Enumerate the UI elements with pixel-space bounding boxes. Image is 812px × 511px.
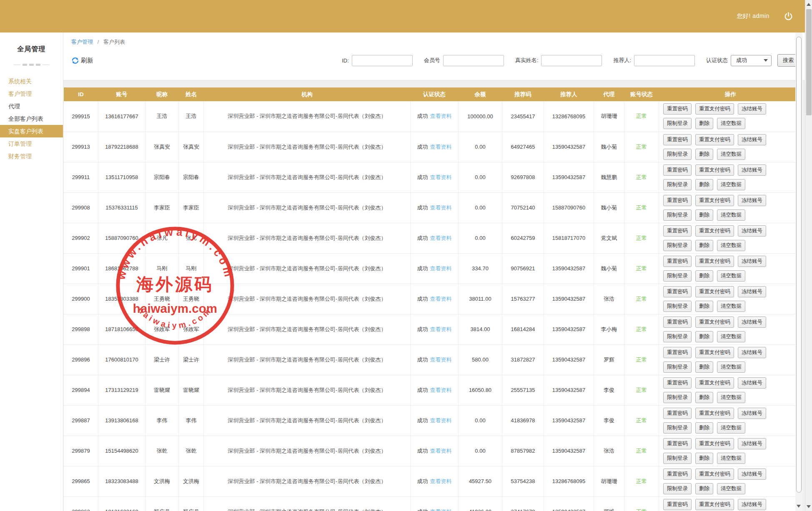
reset-password-button[interactable]: 重置密码 — [663, 195, 692, 206]
reset-password-button[interactable]: 重置密码 — [663, 134, 692, 145]
page-scrollbar-down-arrow-icon[interactable] — [807, 505, 811, 508]
freeze-account-button[interactable]: 冻结账号 — [738, 165, 766, 176]
page-scrollbar-thumb[interactable] — [806, 9, 812, 115]
sidebar-item-finance[interactable]: 财务管理 — [0, 150, 63, 162]
delete-button[interactable]: 删除 — [695, 453, 713, 464]
reset-password-button[interactable]: 重置密码 — [663, 438, 692, 449]
reset-pay-password-button[interactable]: 重置支付密码 — [695, 347, 734, 358]
clear-data-button[interactable]: 清空数据 — [717, 118, 745, 129]
delete-button[interactable]: 删除 — [695, 179, 713, 190]
freeze-account-button[interactable]: 冻结账号 — [738, 347, 766, 358]
restrict-login-button[interactable]: 限制登录 — [663, 392, 692, 403]
content-scrollbar[interactable] — [795, 32, 802, 511]
clear-data-button[interactable]: 清空数据 — [717, 209, 745, 221]
reset-password-button[interactable]: 重置密码 — [663, 347, 692, 358]
delete-button[interactable]: 删除 — [695, 240, 713, 251]
clear-data-button[interactable]: 清空数据 — [717, 240, 745, 251]
clear-data-button[interactable]: 清空数据 — [717, 453, 745, 464]
view-profile-link[interactable]: 查看资料 — [430, 478, 452, 484]
sidebar-item-agent[interactable]: 代理 — [0, 100, 63, 112]
member-filter-input[interactable] — [443, 55, 504, 66]
view-profile-link[interactable]: 查看资料 — [430, 144, 452, 150]
reset-password-button[interactable]: 重置密码 — [663, 103, 692, 115]
reset-password-button[interactable]: 重置密码 — [663, 408, 692, 419]
freeze-account-button[interactable]: 冻结账号 — [738, 408, 766, 419]
reset-pay-password-button[interactable]: 重置支付密码 — [695, 165, 734, 176]
delete-button[interactable]: 删除 — [695, 392, 713, 403]
freeze-account-button[interactable]: 冻结账号 — [738, 103, 766, 115]
reset-pay-password-button[interactable]: 重置支付密码 — [695, 134, 734, 145]
delete-button[interactable]: 删除 — [695, 270, 713, 282]
reset-password-button[interactable]: 重置密码 — [663, 256, 692, 267]
clear-data-button[interactable]: 清空数据 — [717, 361, 745, 373]
freeze-account-button[interactable]: 冻结账号 — [738, 256, 766, 267]
restrict-login-button[interactable]: 限制登录 — [663, 331, 692, 342]
sidebar-item-orders[interactable]: 订单管理 — [0, 137, 63, 150]
reset-pay-password-button[interactable]: 重置支付密码 — [695, 286, 734, 297]
reset-password-button[interactable]: 重置密码 — [663, 317, 692, 328]
reset-pay-password-button[interactable]: 重置支付密码 — [695, 225, 734, 237]
restrict-login-button[interactable]: 限制登录 — [663, 179, 692, 190]
freeze-account-button[interactable]: 冻结账号 — [738, 195, 766, 206]
restrict-login-button[interactable]: 限制登录 — [663, 483, 692, 494]
view-profile-link[interactable]: 查看资料 — [430, 113, 452, 119]
restrict-login-button[interactable]: 限制登录 — [663, 209, 692, 221]
breadcrumb-parent-link[interactable]: 客户管理 — [71, 39, 93, 45]
freeze-account-button[interactable]: 冻结账号 — [738, 317, 766, 328]
content-scrollbar-down-arrow-icon[interactable] — [797, 505, 801, 508]
delete-button[interactable]: 删除 — [695, 331, 713, 342]
reset-password-button[interactable]: 重置密码 — [663, 377, 692, 389]
page-scrollbar-up-arrow-icon[interactable] — [807, 3, 811, 6]
realname-filter-input[interactable] — [541, 55, 602, 66]
reset-password-button[interactable]: 重置密码 — [663, 469, 692, 480]
restrict-login-button[interactable]: 限制登录 — [663, 270, 692, 282]
freeze-account-button[interactable]: 冻结账号 — [738, 286, 766, 297]
restrict-login-button[interactable]: 限制登录 — [663, 149, 692, 160]
view-profile-link[interactable]: 查看资料 — [430, 448, 452, 454]
view-profile-link[interactable]: 查看资料 — [430, 235, 452, 241]
freeze-account-button[interactable]: 冻结账号 — [738, 225, 766, 237]
sidebar-item-system[interactable]: 系统相关 — [0, 75, 63, 87]
id-filter-input[interactable] — [352, 55, 413, 66]
clear-data-button[interactable]: 清空数据 — [717, 392, 745, 403]
content-scrollbar-thumb[interactable] — [796, 37, 802, 493]
sidebar-item-all-customers[interactable]: 全部客户列表 — [0, 112, 63, 125]
freeze-account-button[interactable]: 冻结账号 — [738, 499, 766, 510]
auth-status-select[interactable]: 成功 — [731, 55, 772, 66]
sidebar-item-real-customers[interactable]: 实盘客户列表 — [0, 125, 63, 137]
clear-data-button[interactable]: 清空数据 — [717, 149, 745, 160]
reset-password-button[interactable]: 重置密码 — [663, 499, 692, 510]
freeze-account-button[interactable]: 冻结账号 — [738, 469, 766, 480]
reset-password-button[interactable]: 重置密码 — [663, 165, 692, 176]
reset-pay-password-button[interactable]: 重置支付密码 — [695, 377, 734, 389]
delete-button[interactable]: 删除 — [695, 361, 713, 373]
delete-button[interactable]: 删除 — [695, 301, 713, 312]
restrict-login-button[interactable]: 限制登录 — [663, 422, 692, 434]
restrict-login-button[interactable]: 限制登录 — [663, 240, 692, 251]
delete-button[interactable]: 删除 — [695, 118, 713, 129]
reset-pay-password-button[interactable]: 重置支付密码 — [695, 469, 734, 480]
view-profile-link[interactable]: 查看资料 — [430, 509, 452, 511]
clear-data-button[interactable]: 清空数据 — [717, 270, 745, 282]
restrict-login-button[interactable]: 限制登录 — [663, 301, 692, 312]
view-profile-link[interactable]: 查看资料 — [430, 265, 452, 272]
view-profile-link[interactable]: 查看资料 — [430, 204, 452, 211]
reset-pay-password-button[interactable]: 重置支付密码 — [695, 317, 734, 328]
clear-data-button[interactable]: 清空数据 — [717, 422, 745, 434]
delete-button[interactable]: 删除 — [695, 422, 713, 434]
freeze-account-button[interactable]: 冻结账号 — [738, 377, 766, 389]
reset-password-button[interactable]: 重置密码 — [663, 225, 692, 237]
view-profile-link[interactable]: 查看资料 — [430, 296, 452, 302]
restrict-login-button[interactable]: 限制登录 — [663, 361, 692, 373]
delete-button[interactable]: 删除 — [695, 149, 713, 160]
restrict-login-button[interactable]: 限制登录 — [663, 453, 692, 464]
delete-button[interactable]: 删除 — [695, 483, 713, 494]
clear-data-button[interactable]: 清空数据 — [717, 179, 745, 190]
reset-pay-password-button[interactable]: 重置支付密码 — [695, 438, 734, 449]
reset-password-button[interactable]: 重置密码 — [663, 286, 692, 297]
freeze-account-button[interactable]: 冻结账号 — [738, 438, 766, 449]
reset-pay-password-button[interactable]: 重置支付密码 — [695, 256, 734, 267]
view-profile-link[interactable]: 查看资料 — [430, 417, 452, 424]
refresh-button[interactable]: 刷新 — [71, 57, 93, 65]
reset-pay-password-button[interactable]: 重置支付密码 — [695, 408, 734, 419]
